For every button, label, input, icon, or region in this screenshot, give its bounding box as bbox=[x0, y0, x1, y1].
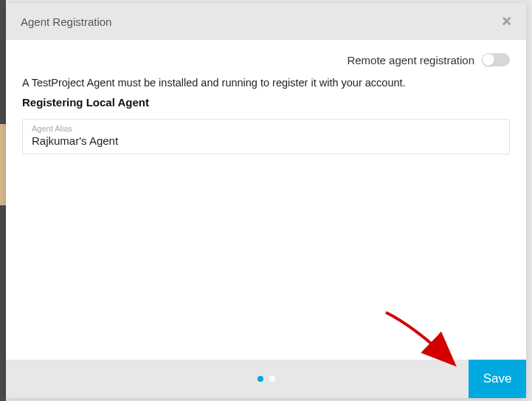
toggle-knob bbox=[483, 54, 494, 66]
modal-title: Agent Registration bbox=[21, 16, 111, 28]
remote-toggle-row: Remote agent registration bbox=[22, 53, 510, 66]
agent-alias-input-wrap[interactable]: Agent Alias bbox=[22, 119, 510, 154]
pagination-dots bbox=[258, 376, 275, 382]
modal-body: Remote agent registration A TestProject … bbox=[6, 40, 526, 360]
pagination-dot-1[interactable] bbox=[258, 376, 263, 382]
modal-header: Agent Registration × bbox=[6, 3, 526, 40]
remote-toggle[interactable] bbox=[482, 53, 510, 66]
save-button[interactable]: Save bbox=[469, 360, 526, 398]
remote-toggle-label: Remote agent registration bbox=[347, 54, 474, 66]
section-title: Registering Local Agent bbox=[22, 96, 510, 109]
agent-alias-label: Agent Alias bbox=[32, 124, 500, 133]
modal-footer: Save bbox=[6, 360, 526, 398]
agent-registration-modal: Agent Registration × Remote agent regist… bbox=[6, 3, 526, 398]
info-text: A TestProject Agent must be installed an… bbox=[22, 77, 510, 89]
close-icon[interactable]: × bbox=[502, 13, 511, 30]
pagination-dot-2[interactable] bbox=[269, 376, 275, 382]
agent-alias-input[interactable] bbox=[32, 134, 500, 147]
